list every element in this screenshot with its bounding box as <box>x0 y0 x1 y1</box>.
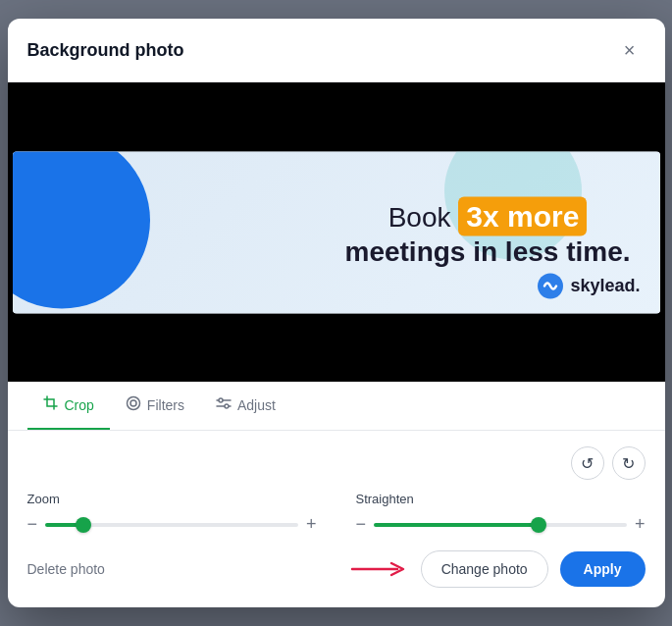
zoom-minus-icon[interactable]: − <box>27 514 38 535</box>
zoom-label: Zoom <box>27 492 317 506</box>
change-photo-button[interactable]: Change photo <box>421 550 548 588</box>
straighten-minus-icon[interactable]: − <box>356 514 367 535</box>
background-photo-modal: Background photo × Book 3x more meetings… <box>8 19 665 607</box>
rotate-left-button[interactable]: ↺ <box>571 446 604 480</box>
modal-footer: Delete photo Change photo Apply <box>8 535 665 607</box>
tabs-area: Crop Filters Adjust <box>8 382 665 431</box>
tab-crop[interactable]: Crop <box>27 382 110 430</box>
tab-adjust[interactable]: Adjust <box>200 382 291 430</box>
adjust-icon <box>216 395 232 414</box>
ad-line2: meetings in less time. <box>345 236 631 268</box>
zoom-plus-icon[interactable]: + <box>306 514 317 535</box>
skylead-logo: skylead. <box>537 272 640 299</box>
straighten-slider-controls: − + <box>356 514 646 535</box>
controls-area: ↺ ↻ Zoom − + Straighten <box>8 431 665 535</box>
skylead-icon <box>537 272 564 299</box>
close-button[interactable]: × <box>614 34 646 66</box>
tab-crop-label: Crop <box>65 397 94 413</box>
zoom-slider-group: Zoom − + <box>27 492 317 535</box>
straighten-slider-thumb[interactable] <box>531 517 546 533</box>
close-icon: × <box>624 39 636 62</box>
modal-header: Background photo × <box>8 19 665 82</box>
crop-icon <box>43 395 59 414</box>
ad-content: Book 3x more meetings in less time. skyl… <box>13 151 660 313</box>
svg-point-5 <box>219 398 223 402</box>
skylead-logo-text: skylead. <box>570 276 640 296</box>
ad-text: Book 3x more meetings in less time. <box>345 197 631 268</box>
filters-icon <box>126 395 141 414</box>
svg-point-1 <box>127 397 139 410</box>
rotate-right-button[interactable]: ↻ <box>612 446 646 480</box>
ad-line1: Book 3x more <box>345 197 631 236</box>
arrow-indicator <box>350 559 409 579</box>
tab-adjust-label: Adjust <box>237 397 276 413</box>
footer-actions: Change photo Apply <box>350 550 646 588</box>
sliders-row: Zoom − + Straighten − + <box>27 492 646 535</box>
tab-filters[interactable]: Filters <box>110 382 200 430</box>
image-preview: Book 3x more meetings in less time. skyl… <box>13 151 660 313</box>
straighten-slider-track[interactable] <box>374 523 627 527</box>
svg-point-6 <box>225 404 229 408</box>
apply-button[interactable]: Apply <box>560 551 646 587</box>
red-arrow-icon <box>350 559 409 579</box>
zoom-slider-thumb[interactable] <box>76 517 91 533</box>
zoom-slider-track[interactable] <box>45 523 298 527</box>
rotate-row: ↺ ↻ <box>27 446 646 480</box>
straighten-plus-icon[interactable]: + <box>635 514 646 535</box>
delete-photo-link[interactable]: Delete photo <box>27 561 105 577</box>
zoom-slider-controls: − + <box>27 514 317 535</box>
tab-filters-label: Filters <box>147 397 184 413</box>
rotate-right-icon: ↻ <box>622 454 635 473</box>
rotate-left-icon: ↺ <box>581 454 594 473</box>
blue-circle-decoration <box>13 151 150 308</box>
canvas-area: Book 3x more meetings in less time. skyl… <box>8 82 665 382</box>
svg-point-2 <box>130 400 136 406</box>
straighten-label: Straighten <box>356 492 646 506</box>
ad-highlight: 3x more <box>458 197 587 236</box>
straighten-slider-group: Straighten − + <box>356 492 646 535</box>
modal-title: Background photo <box>27 40 184 61</box>
